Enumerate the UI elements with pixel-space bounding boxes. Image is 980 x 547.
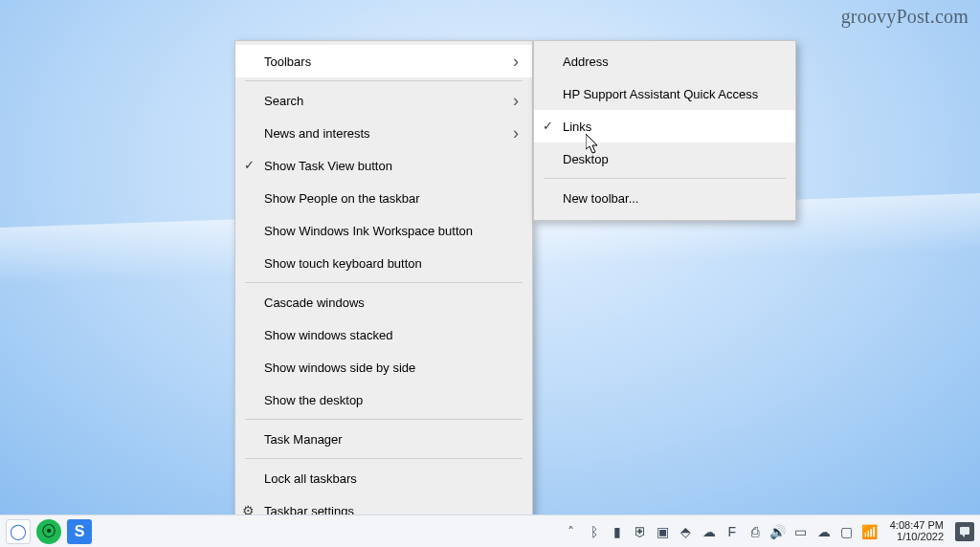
menu-item-label: Show touch keyboard button bbox=[264, 256, 519, 271]
menu-separator bbox=[245, 419, 523, 420]
chevron-right-icon: › bbox=[503, 123, 519, 143]
menu-item-label: Show the desktop bbox=[264, 393, 519, 407]
menu-item-label: Show Task View button bbox=[264, 159, 519, 173]
menu-item-label: Show windows stacked bbox=[264, 328, 519, 342]
check-icon: ✓ bbox=[244, 158, 255, 172]
menu-item-label: Show People on the taskbar bbox=[264, 191, 519, 206]
menu-item-hp-support-assistant-quick-access[interactable]: HP Support Assistant Quick Access bbox=[534, 77, 795, 110]
menu-separator bbox=[245, 282, 523, 283]
display-icon[interactable]: ▭ bbox=[792, 523, 810, 540]
menu-item-label: Show Windows Ink Workspace button bbox=[264, 224, 519, 238]
clock-time: 4:08:47 PM bbox=[890, 520, 944, 532]
menu-item-show-windows-stacked[interactable]: Show windows stacked bbox=[235, 318, 532, 351]
wifi-icon[interactable]: 📶 bbox=[861, 523, 879, 540]
monitors-icon[interactable]: ▣ bbox=[655, 523, 672, 540]
dropbox-icon[interactable]: ⬘ bbox=[678, 523, 695, 540]
bluetooth-icon[interactable]: ᛒ bbox=[586, 523, 603, 540]
menu-item-label: Toolbars bbox=[264, 55, 503, 69]
menu-item-search[interactable]: Search› bbox=[235, 84, 532, 117]
menu-item-show-task-view-button[interactable]: ✓Show Task View button bbox=[235, 149, 532, 182]
menu-item-label: HP Support Assistant Quick Access bbox=[563, 87, 782, 101]
toolbars-submenu[interactable]: AddressHP Support Assistant Quick Access… bbox=[533, 40, 796, 221]
taskbar-clock[interactable]: 4:08:47 PM1/10/2022 bbox=[890, 520, 944, 542]
f-square-icon[interactable]: F bbox=[724, 523, 741, 540]
menu-item-label: Cascade windows bbox=[264, 295, 519, 310]
menu-separator bbox=[544, 178, 786, 179]
menu-item-label: Show windows side by side bbox=[264, 361, 519, 375]
taskbar[interactable]: ◯⦿S ˄ᛒ▮⛨▣⬘☁F⎙🔊▭☁▢📶4:08:47 PM1/10/2022 bbox=[0, 514, 980, 547]
taskbar-pinned-apps: ◯⦿S bbox=[6, 519, 92, 544]
menu-item-label: News and interests bbox=[264, 126, 503, 141]
chevron-right-icon: › bbox=[503, 91, 519, 111]
menu-item-show-windows-ink-workspace-button[interactable]: Show Windows Ink Workspace button bbox=[235, 214, 532, 247]
menu-item-cascade-windows[interactable]: Cascade windows bbox=[235, 286, 532, 318]
signal-icon: ◯ bbox=[10, 522, 27, 540]
system-tray: ˄ᛒ▮⛨▣⬘☁F⎙🔊▭☁▢📶4:08:47 PM1/10/2022 bbox=[563, 520, 974, 542]
menu-separator bbox=[245, 458, 523, 459]
monitor-small-icon[interactable]: ▢ bbox=[838, 523, 856, 540]
taskbar-app-spotify[interactable]: ⦿ bbox=[36, 519, 61, 544]
menu-item-label: Links bbox=[563, 120, 782, 134]
menu-item-links[interactable]: ✓Links bbox=[534, 110, 795, 142]
menu-item-label: Desktop bbox=[563, 152, 782, 166]
menu-separator bbox=[245, 80, 523, 81]
printer-icon[interactable]: ⎙ bbox=[746, 523, 764, 540]
menu-item-lock-all-taskbars[interactable]: Lock all taskbars bbox=[235, 462, 532, 494]
menu-item-news-and-interests[interactable]: News and interests› bbox=[235, 117, 532, 149]
svg-rect-1 bbox=[960, 527, 969, 535]
cloud-sync-icon[interactable]: ☁ bbox=[701, 523, 718, 540]
chevron-up-icon[interactable]: ˄ bbox=[563, 523, 580, 540]
security-icon[interactable]: ⛨ bbox=[632, 523, 649, 540]
menu-item-label: Task Manager bbox=[264, 432, 519, 447]
menu-item-show-touch-keyboard-button[interactable]: Show touch keyboard button bbox=[235, 247, 532, 279]
menu-item-task-manager[interactable]: Task Manager bbox=[235, 423, 532, 455]
desktop: groovyPost.com Toolbars›Search›News and … bbox=[0, 0, 980, 547]
check-icon: ✓ bbox=[543, 119, 553, 133]
speaker-icon[interactable]: 🔊 bbox=[769, 523, 787, 540]
clock-date: 1/10/2022 bbox=[890, 532, 944, 543]
menu-item-label: New toolbar... bbox=[563, 191, 782, 206]
weather-cloud-icon[interactable]: ☁ bbox=[815, 523, 833, 540]
taskbar-app-snagit[interactable]: S bbox=[67, 519, 92, 544]
menu-item-toolbars[interactable]: Toolbars› bbox=[235, 45, 532, 77]
spotify-icon: ⦿ bbox=[41, 523, 56, 540]
menu-item-show-windows-side-by-side[interactable]: Show windows side by side bbox=[235, 351, 532, 383]
menu-item-label: Search bbox=[264, 94, 503, 108]
taskbar-app-signal[interactable]: ◯ bbox=[6, 519, 31, 544]
menu-item-new-toolbar[interactable]: New toolbar... bbox=[534, 182, 795, 214]
menu-item-label: Address bbox=[563, 55, 782, 69]
taskbar-context-menu[interactable]: Toolbars›Search›News and interests›✓Show… bbox=[234, 40, 533, 534]
menu-item-show-people-on-the-taskbar[interactable]: Show People on the taskbar bbox=[235, 182, 532, 214]
battery-icon[interactable]: ▮ bbox=[609, 523, 626, 540]
menu-item-desktop[interactable]: Desktop bbox=[534, 142, 795, 175]
chevron-right-icon: › bbox=[503, 52, 519, 72]
snagit-icon: S bbox=[75, 523, 85, 540]
menu-item-address[interactable]: Address bbox=[534, 45, 795, 77]
site-watermark: groovyPost.com bbox=[841, 6, 969, 28]
menu-item-show-the-desktop[interactable]: Show the desktop bbox=[235, 383, 532, 416]
action-center-icon[interactable] bbox=[955, 522, 974, 541]
menu-item-label: Lock all taskbars bbox=[264, 471, 519, 486]
